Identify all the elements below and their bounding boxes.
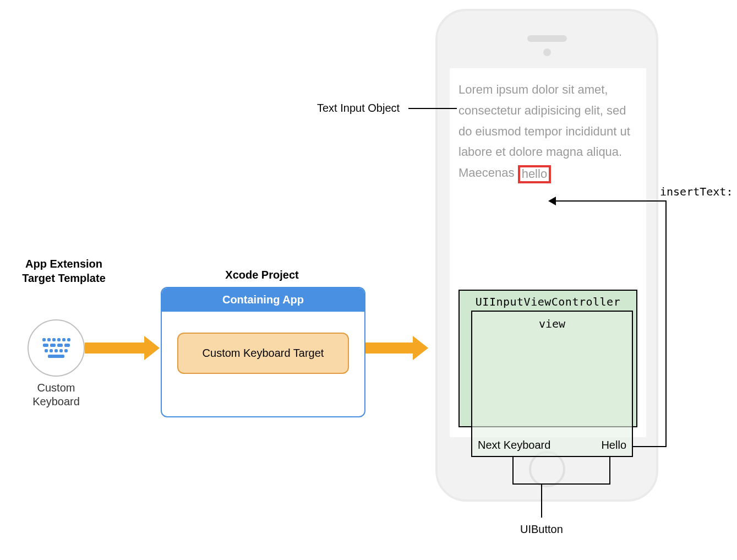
next-keyboard-button[interactable]: Next Keyboard xyxy=(478,439,550,452)
keyboard-icon xyxy=(40,337,72,359)
uibutton-bracket-left xyxy=(512,472,514,485)
insert-text-line-v xyxy=(665,200,667,447)
text-input-object-text: Lorem ipsum dolor sit amet, consectetur … xyxy=(458,79,637,183)
text-input-object-line xyxy=(408,108,457,109)
uibutton-label: UIButton xyxy=(520,523,563,536)
custom-keyboard-icon-circle xyxy=(28,319,85,377)
view-box: view Next Keyboard Hello xyxy=(471,311,633,457)
arrow-to-phone-head xyxy=(413,336,428,360)
custom-keyboard-target-box: Custom Keyboard Target xyxy=(177,333,349,374)
containing-app-header: Containing App xyxy=(162,288,364,312)
uibutton-bracket-horizontal xyxy=(512,483,610,485)
section-title-app-extension: App ExtensionTarget Template xyxy=(9,257,119,285)
phone-speaker-icon xyxy=(527,35,567,42)
arrow-to-phone xyxy=(365,342,414,354)
uibutton-bracket-tick-left xyxy=(512,457,514,472)
phone-camera-icon xyxy=(543,48,551,56)
uiinputviewcontroller-label: UIInputViewController xyxy=(460,295,636,308)
insert-text-arrowhead-icon xyxy=(548,197,556,205)
text-input-object-label: Text Input Object xyxy=(317,102,400,115)
insert-text-line-h1 xyxy=(632,446,667,447)
section-title-xcode-project: Xcode Project xyxy=(207,268,317,282)
insert-text-line-h2 xyxy=(555,200,667,202)
hello-button[interactable]: Hello xyxy=(601,439,626,452)
arrow-to-xcode xyxy=(85,342,145,354)
xcode-project-box: Containing App Custom Keyboard Target xyxy=(161,287,365,417)
inserted-text-highlight: hello xyxy=(518,165,551,183)
uibutton-bracket-tick-right xyxy=(609,457,610,472)
uibutton-bracket-stem xyxy=(541,483,542,518)
arrow-to-xcode-head xyxy=(144,336,160,360)
view-label: view xyxy=(472,317,632,330)
uibutton-bracket-right xyxy=(609,472,610,485)
insert-text-label: insertText: xyxy=(660,185,733,198)
custom-keyboard-label: CustomKeyboard xyxy=(27,381,85,409)
